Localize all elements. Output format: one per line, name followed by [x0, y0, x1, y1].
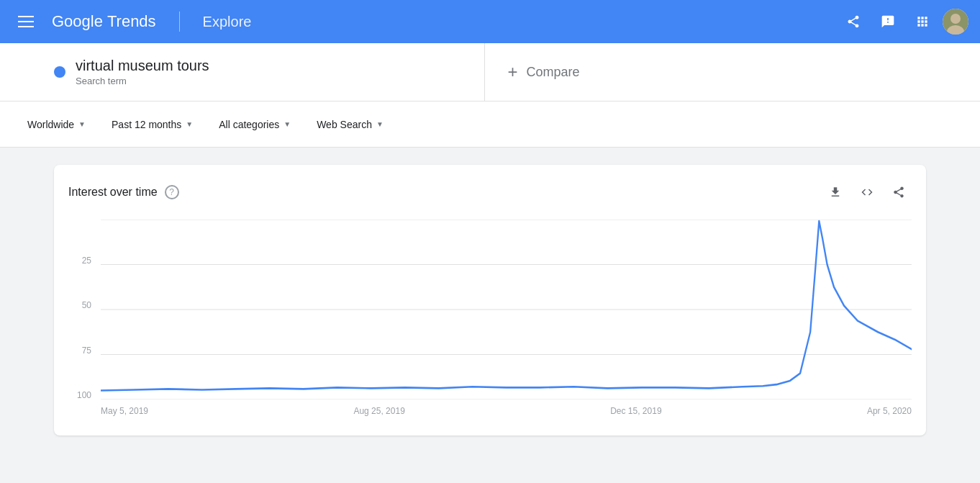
search-area: virtual museum tours Search term + Compa… — [0, 43, 980, 101]
search-term-type: Search term — [76, 76, 209, 86]
filter-bar: Worldwide ▼ Past 12 months ▼ All categor… — [0, 101, 980, 148]
search-row: virtual museum tours Search term + Compa… — [37, 43, 943, 101]
hamburger-menu-button[interactable] — [12, 7, 40, 36]
download-icon — [829, 186, 842, 199]
search-type-filter-button[interactable]: Web Search ▼ — [307, 113, 394, 136]
app-header: Google Trends Explore — [0, 0, 980, 43]
embed-icon — [861, 186, 874, 199]
chart-actions — [822, 179, 912, 205]
time-range-filter-label: Past 12 months — [112, 119, 181, 130]
category-filter-label: All categories — [219, 119, 279, 130]
download-button[interactable] — [822, 179, 848, 205]
embed-button[interactable] — [854, 179, 880, 205]
location-filter-label: Worldwide — [27, 119, 74, 130]
header-divider — [179, 12, 180, 32]
term-info: virtual museum tours Search term — [76, 58, 209, 86]
compare-plus-icon: + — [508, 62, 518, 82]
x-axis-labels: May 5, 2019 Aug 25, 2019 Dec 15, 2019 Ap… — [101, 401, 912, 421]
chart-title-area: Interest over time ? — [68, 185, 179, 199]
avatar-image — [943, 9, 968, 35]
time-range-filter-button[interactable]: Past 12 months ▼ — [101, 113, 203, 136]
chart-svg — [101, 220, 912, 400]
chart-title: Interest over time — [68, 186, 158, 199]
x-label-may: May 5, 2019 — [101, 406, 148, 416]
user-avatar[interactable] — [943, 9, 968, 35]
search-type-filter-label: Web Search — [317, 119, 372, 130]
time-range-chevron-icon: ▼ — [186, 120, 193, 128]
trends-wordmark: Trends — [107, 12, 156, 31]
x-label-aug: Aug 25, 2019 — [353, 406, 404, 416]
help-icon[interactable]: ? — [165, 185, 179, 199]
search-type-chevron-icon: ▼ — [376, 120, 384, 128]
term-color-dot — [54, 66, 65, 78]
location-chevron-icon: ▼ — [78, 120, 86, 128]
compare-box[interactable]: + Compare — [485, 43, 944, 101]
main-content: Interest over time ? — [37, 148, 943, 453]
chart-header: Interest over time ? — [68, 179, 912, 205]
y-label-25: 25 — [68, 256, 91, 265]
y-label-75: 75 — [68, 346, 91, 355]
chart-share-icon — [892, 186, 905, 199]
logo: Google Trends — [52, 12, 156, 31]
apps-button[interactable] — [908, 7, 937, 36]
feedback-icon — [881, 14, 895, 29]
share-icon — [846, 14, 861, 29]
search-term-box: virtual museum tours Search term — [37, 43, 485, 101]
category-filter-button[interactable]: All categories ▼ — [209, 113, 301, 136]
x-label-apr: Apr 5, 2020 — [867, 406, 912, 416]
category-chevron-icon: ▼ — [283, 120, 291, 128]
y-label-50: 50 — [68, 301, 91, 310]
interest-line — [101, 221, 912, 390]
chart-share-button[interactable] — [886, 179, 912, 205]
svg-point-1 — [950, 14, 961, 24]
location-filter-button[interactable]: Worldwide ▼ — [17, 113, 96, 136]
y-axis-labels: 100 75 50 25 — [68, 220, 97, 400]
interest-over-time-card: Interest over time ? — [54, 165, 926, 435]
search-term-name: virtual museum tours — [76, 58, 209, 74]
chart-inner — [101, 220, 912, 400]
share-button[interactable] — [839, 7, 868, 36]
google-wordmark: Google — [52, 12, 103, 31]
apps-icon — [915, 14, 930, 29]
chart-container: 100 75 50 25 — [68, 220, 912, 421]
hamburger-icon — [18, 16, 34, 27]
header-right — [839, 7, 968, 36]
explore-label: Explore — [203, 14, 252, 30]
y-label-100: 100 — [68, 391, 91, 400]
feedback-button[interactable] — [874, 7, 902, 36]
compare-label: Compare — [527, 65, 580, 80]
header-left: Google Trends Explore — [12, 7, 251, 36]
x-label-dec: Dec 15, 2019 — [610, 406, 661, 416]
